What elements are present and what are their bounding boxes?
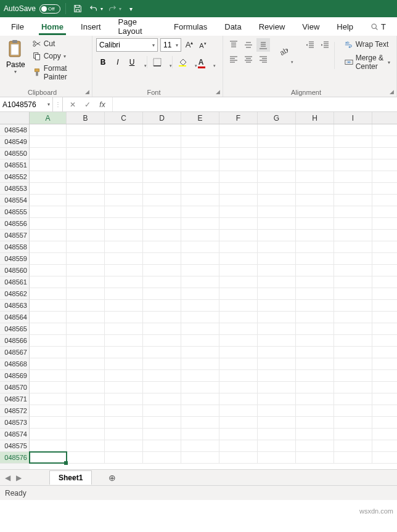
cell[interactable] [296,429,334,440]
cell[interactable] [30,183,67,194]
cell[interactable] [258,358,296,369]
cell[interactable] [219,206,258,217]
name-box[interactable]: A1048576 ▾ [0,97,53,111]
font-size-select[interactable]: 11 ▾ [160,38,181,52]
cell[interactable] [67,288,105,299]
formula-input[interactable] [113,97,397,111]
cell[interactable] [258,393,296,405]
column-header-F[interactable]: F [219,112,258,124]
cell[interactable] [105,358,143,369]
tab-help[interactable]: Help [328,18,362,35]
cell[interactable] [105,393,143,405]
cut-button[interactable]: Cut [30,38,88,49]
cell[interactable] [334,393,372,405]
redo-dropdown-icon[interactable]: ▾ [119,6,121,12]
row-header[interactable]: 048555 [0,206,30,218]
cell[interactable] [67,452,105,463]
cell[interactable] [143,405,181,416]
cell[interactable] [334,183,372,194]
cell[interactable] [30,358,67,369]
column-header-G[interactable]: G [258,112,296,124]
cell[interactable] [296,452,334,463]
orientation-button[interactable]: ab ▾ [277,38,295,65]
cell[interactable] [296,183,334,194]
cell[interactable] [30,312,67,323]
row-header[interactable]: 048552 [0,171,30,183]
cell[interactable] [67,417,105,428]
cell[interactable] [105,195,143,206]
clipboard-launcher[interactable]: ◢ [83,88,91,95]
column-header-D[interactable]: D [143,112,181,124]
cell[interactable] [219,276,258,288]
row-header[interactable]: 048550 [0,148,30,159]
cell[interactable] [143,265,181,276]
cell[interactable] [258,370,296,381]
cell[interactable] [143,218,181,229]
sheet-nav-prev[interactable]: ◀ [2,473,12,483]
row-header[interactable]: 048569 [0,370,30,382]
cell[interactable] [181,171,219,182]
cell[interactable] [143,206,181,217]
cell[interactable] [67,405,105,416]
insert-function-button[interactable]: fx [95,97,110,111]
cell[interactable] [296,393,334,405]
cell[interactable] [258,300,296,311]
row-header[interactable]: 048573 [0,417,30,429]
cell[interactable] [258,183,296,194]
fill-color-button[interactable]: ▾ [176,55,194,69]
cell[interactable] [219,195,258,206]
cell[interactable] [67,312,105,323]
cell[interactable] [334,335,372,346]
cell[interactable] [181,312,219,323]
cell[interactable] [143,124,181,135]
cell[interactable] [67,253,105,264]
add-sheet-button[interactable]: ⊕ [105,471,119,485]
align-top-button[interactable] [227,38,240,52]
align-middle-button[interactable] [242,38,255,52]
column-header-C[interactable]: C [105,112,143,124]
cell[interactable] [30,148,67,159]
cell[interactable] [30,323,67,334]
cell[interactable] [143,440,181,451]
cell[interactable] [219,323,258,334]
cell[interactable] [258,382,296,393]
cell[interactable] [296,300,334,311]
cell[interactable] [67,429,105,440]
cell[interactable] [219,405,258,416]
cell[interactable] [334,206,372,217]
cell[interactable] [30,218,67,229]
cell[interactable] [219,312,258,323]
cell[interactable] [258,171,296,182]
column-header-I[interactable]: I [334,112,372,124]
cell[interactable] [105,241,143,252]
increase-indent-button[interactable] [318,38,332,52]
cell[interactable] [258,206,296,217]
cell[interactable] [296,440,334,451]
tab-data[interactable]: Data [216,18,250,35]
cell[interactable] [296,206,334,217]
enter-formula-button[interactable]: ✓ [80,97,95,111]
cell[interactable] [30,300,67,311]
cell[interactable] [334,300,372,311]
row-header[interactable]: 048557 [0,230,30,241]
cell[interactable] [30,276,67,288]
row-header[interactable]: 048567 [0,347,30,358]
cell[interactable] [258,288,296,299]
cell[interactable] [67,136,105,147]
cells-area[interactable] [30,124,397,469]
cell[interactable] [105,148,143,159]
cell[interactable] [258,148,296,159]
row-header[interactable]: 048565 [0,323,30,335]
cell[interactable] [296,265,334,276]
cell[interactable] [181,358,219,369]
row-header[interactable]: 048572 [0,405,30,417]
cell[interactable] [334,218,372,229]
cell[interactable] [105,429,143,440]
tell-me-search[interactable]: T [362,18,395,35]
cell[interactable] [258,218,296,229]
paste-button[interactable]: Paste ▾ [4,38,28,83]
cell[interactable] [143,370,181,381]
cell[interactable] [143,288,181,299]
cell[interactable] [181,429,219,440]
cell[interactable] [30,288,67,299]
